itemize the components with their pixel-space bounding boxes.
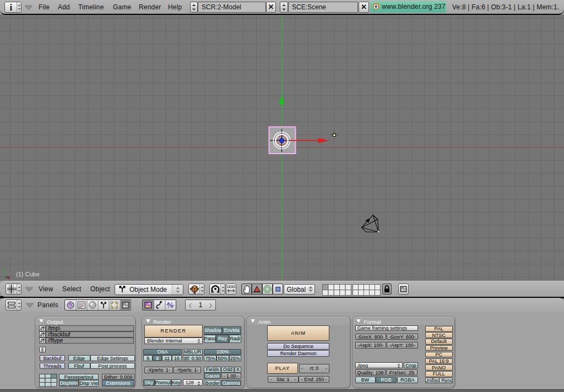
svg-text:x: x (7, 275, 10, 280)
svg-text:(1) Cube: (1) Cube (16, 271, 40, 277)
svg-text:i: i (10, 3, 13, 12)
svg-text:y: y (3, 268, 6, 274)
